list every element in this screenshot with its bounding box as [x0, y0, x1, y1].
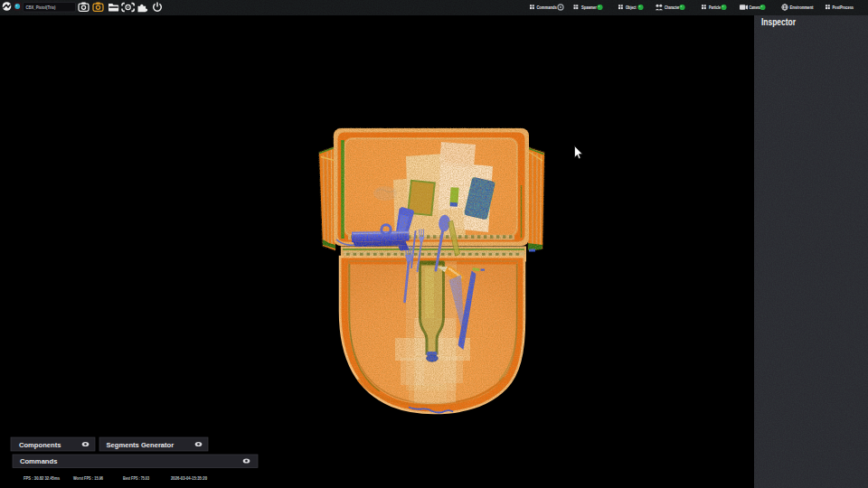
svg-text:Worst FPS : 15.96: Worst FPS : 15.96: [73, 475, 103, 481]
svg-text:Spawner: Spawner: [581, 5, 597, 10]
svg-text:Components: Components: [19, 441, 61, 449]
svg-text:CBX_Pistol(Trio): CBX_Pistol(Trio): [26, 4, 56, 10]
svg-text:2026-03-04-15:35:20: 2026-03-04-15:35:20: [171, 475, 207, 481]
svg-text:Particle: Particle: [709, 5, 721, 10]
svg-text:FPS : 30.82 32.45ms: FPS : 30.82 32.45ms: [24, 475, 60, 481]
svg-text:Best FPS : 75.03: Best FPS : 75.03: [123, 475, 149, 481]
svg-text:PostProcess: PostProcess: [833, 5, 854, 10]
svg-text:Commands: Commands: [20, 457, 57, 465]
svg-text:Segments Generator: Segments Generator: [107, 441, 175, 449]
svg-text:Camera: Camera: [750, 5, 761, 10]
svg-text:Commands: Commands: [536, 5, 556, 10]
svg-text:Character: Character: [665, 5, 680, 10]
svg-text:Environment: Environment: [790, 5, 814, 10]
svg-text:Object: Object: [626, 5, 637, 10]
